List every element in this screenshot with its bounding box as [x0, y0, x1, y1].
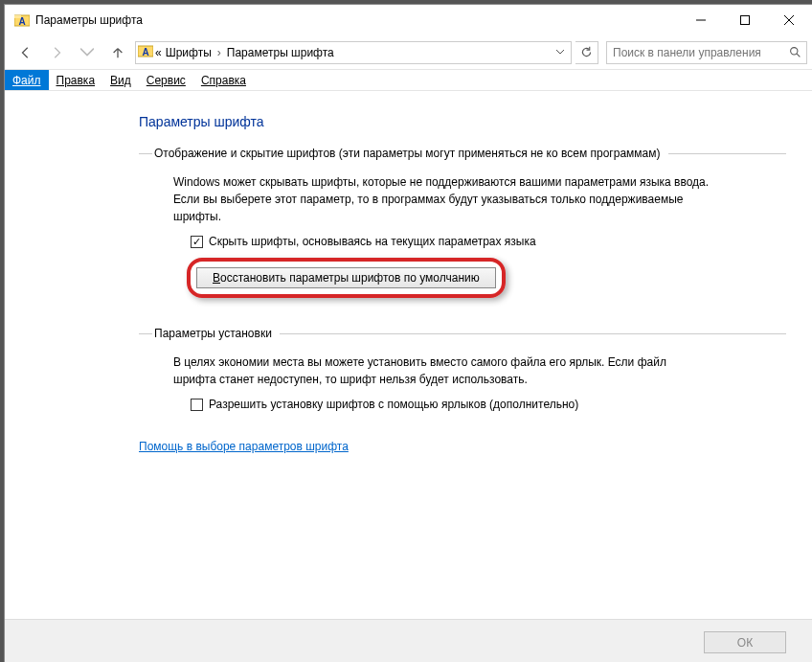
- recent-dropdown-icon[interactable]: [74, 39, 101, 66]
- chevron-right-icon[interactable]: ›: [217, 46, 221, 59]
- svg-text:A: A: [142, 47, 148, 57]
- window-controls: [679, 6, 811, 34]
- refresh-button[interactable]: [575, 41, 598, 64]
- svg-point-9: [790, 48, 797, 55]
- menu-edit[interactable]: Правка: [49, 70, 103, 90]
- content-area: Параметры шрифта Отображение и скрытие ш…: [5, 91, 812, 619]
- section1-desc: Windows может скрывать шрифты, которые н…: [173, 173, 710, 225]
- hide-fonts-label: Скрыть шрифты, основываясь на текущих па…: [209, 235, 536, 248]
- section-display-hide: Отображение и скрытие шрифтов (эти парам…: [139, 147, 786, 313]
- section2-title: Параметры установки: [152, 327, 280, 340]
- breadcrumb-seg2[interactable]: Параметры шрифта: [225, 46, 336, 59]
- app-icon: A: [14, 12, 30, 28]
- page-heading: Параметры шрифта: [139, 114, 786, 129]
- svg-line-10: [797, 54, 800, 57]
- restore-highlight: Восстановить параметры шрифтов по умолча…: [187, 258, 506, 298]
- minimize-button[interactable]: [679, 6, 723, 34]
- address-dropdown-icon[interactable]: [552, 50, 569, 55]
- menu-file[interactable]: Файл: [5, 70, 49, 90]
- breadcrumb-seg1[interactable]: Шрифты: [164, 46, 214, 59]
- search-box[interactable]: [606, 41, 807, 64]
- hide-fonts-checkbox-row[interactable]: Скрыть шрифты, основываясь на текущих па…: [191, 235, 786, 248]
- search-icon[interactable]: [783, 46, 806, 58]
- shortcut-checkbox-row[interactable]: Разрешить установку шрифтов с помощью яр…: [191, 398, 786, 411]
- window-title: Параметры шрифта: [35, 13, 143, 27]
- menu-help[interactable]: Справка: [193, 70, 254, 90]
- address-bar[interactable]: A « Шрифты › Параметры шрифта: [135, 41, 572, 64]
- maximize-button[interactable]: [723, 6, 767, 34]
- menubar: Файл Правка Вид Сервис Справка: [5, 70, 812, 91]
- titlebar: A Параметры шрифта: [5, 5, 812, 35]
- shortcut-label: Разрешить установку шрифтов с помощью яр…: [209, 398, 578, 411]
- close-button[interactable]: [767, 6, 811, 34]
- breadcrumb-prefix: «: [153, 46, 164, 59]
- section1-title: Отображение и скрытие шрифтов (эти парам…: [152, 147, 668, 160]
- shortcut-checkbox[interactable]: [191, 399, 203, 411]
- section-install: Параметры установки В целях экономии мес…: [139, 327, 786, 421]
- ok-button[interactable]: ОК: [704, 631, 786, 653]
- section2-desc: В целях экономии места вы можете установ…: [173, 354, 710, 388]
- up-button[interactable]: [104, 39, 131, 66]
- restore-defaults-button[interactable]: Восстановить параметры шрифтов по умолча…: [196, 267, 496, 288]
- svg-rect-4: [741, 16, 750, 25]
- menu-view[interactable]: Вид: [102, 70, 139, 90]
- menu-tools[interactable]: Сервис: [139, 70, 193, 90]
- forward-button[interactable]: [43, 39, 70, 66]
- address-folder-icon: A: [138, 43, 153, 61]
- nav-toolbar: A « Шрифты › Параметры шрифта: [5, 35, 812, 70]
- window: A Параметры шрифта: [4, 4, 812, 662]
- back-button[interactable]: [12, 39, 39, 66]
- search-input[interactable]: [607, 46, 783, 59]
- footer: ОК: [5, 619, 812, 662]
- hide-fonts-checkbox[interactable]: [191, 236, 203, 248]
- svg-text:A: A: [18, 16, 25, 27]
- help-link[interactable]: Помощь в выборе параметров шрифта: [139, 440, 349, 453]
